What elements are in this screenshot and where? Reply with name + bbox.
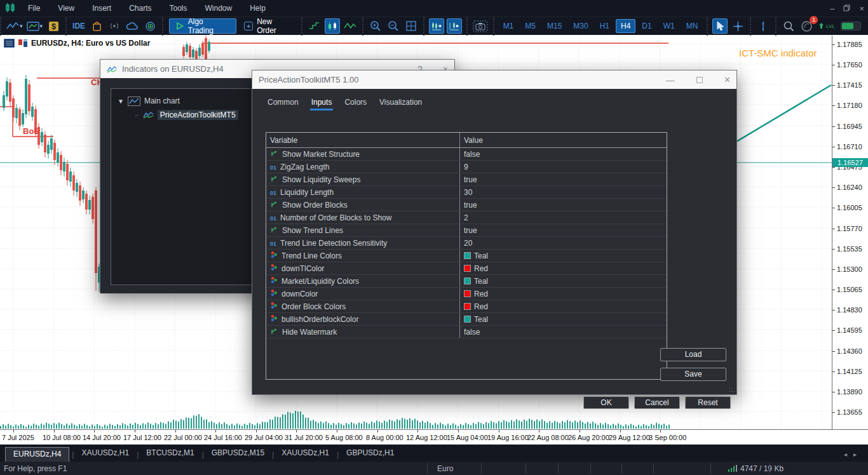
market-icon[interactable] — [89, 18, 104, 34]
maximize-icon[interactable] — [696, 75, 703, 85]
screenshot-icon[interactable] — [472, 18, 489, 34]
bar-chart-icon[interactable] — [307, 18, 322, 34]
chevron-down-icon[interactable]: ▼ — [118, 98, 124, 105]
value-cell[interactable]: 9 — [460, 163, 468, 171]
table-row[interactable]: Trend Line ColorsTeal — [266, 250, 667, 262]
levels-icon[interactable]: LVL — [817, 18, 836, 34]
value-cell[interactable]: Red — [460, 264, 488, 273]
value-cell[interactable]: Red — [460, 302, 488, 311]
value-cell[interactable]: 2 — [460, 213, 468, 222]
vps-icon[interactable] — [142, 18, 158, 34]
cloud-icon[interactable] — [125, 18, 140, 34]
table-row[interactable]: Hide Watermarkfalse — [266, 326, 667, 338]
cancel-button[interactable]: Cancel — [634, 396, 680, 409]
tab-visualization[interactable]: Visualization — [373, 95, 428, 110]
menu-item-insert[interactable]: Insert — [83, 0, 120, 17]
algo-trading-button[interactable]: Algo Trading — [169, 18, 236, 34]
zoom-out-icon[interactable] — [386, 18, 401, 34]
load-button[interactable]: Load — [660, 348, 726, 361]
tab-scroll-arrows[interactable]: ◂▸ — [844, 451, 863, 458]
table-row[interactable]: Show Liquidity Sweepstrue — [266, 173, 667, 186]
zoom-in-icon[interactable] — [368, 18, 383, 34]
tab-inputs[interactable]: Inputs — [305, 95, 339, 110]
symbol-tab-gbpusdzm15[interactable]: GBPUSDz,M15 — [204, 447, 272, 460]
chart-profile-icon[interactable]: ▾ — [26, 18, 44, 34]
signals-icon[interactable] — [107, 18, 122, 34]
menu-item-file[interactable]: File — [19, 0, 49, 17]
value-cell[interactable]: false — [460, 328, 480, 337]
table-row[interactable]: 01Number of Order Blocks to Show2 — [266, 211, 667, 224]
notifications-icon[interactable]: 1 — [799, 18, 814, 34]
close-icon[interactable]: × — [859, 4, 864, 13]
menu-item-tools[interactable]: Tools — [161, 0, 196, 17]
table-row[interactable]: bullishOrderblockColorTeal — [266, 313, 667, 326]
value-cell[interactable]: Teal — [460, 251, 488, 260]
ok-button[interactable]: OK — [583, 396, 629, 409]
timeframe-m15[interactable]: M15 — [542, 19, 567, 33]
timeframe-m30[interactable]: M30 — [568, 19, 593, 33]
timeframe-m5[interactable]: M5 — [520, 19, 541, 33]
value-cell[interactable]: Red — [460, 290, 488, 298]
connection-toggle[interactable] — [841, 22, 861, 30]
price-axis[interactable]: 1.178851.176501.174151.171801.169451.167… — [832, 36, 868, 429]
table-row[interactable]: Order Block ColorsRed — [266, 300, 667, 313]
timeframe-h4[interactable]: H4 — [616, 19, 635, 33]
line-chart-icon[interactable] — [342, 18, 358, 34]
symbol-tab-xauusdzh1[interactable]: XAUUSDz,H1 — [274, 447, 337, 460]
crosshair-icon[interactable] — [730, 18, 745, 34]
candlestick-chart-icon[interactable] — [325, 18, 340, 34]
tab-common[interactable]: Common — [261, 95, 305, 110]
new-order-button[interactable]: +New Order — [239, 18, 297, 34]
table-row[interactable]: downTlColorRed — [266, 262, 667, 275]
chart-type-icon[interactable]: ▾ — [6, 18, 24, 34]
table-row[interactable]: 01Trend Line Detection Sensitivity20 — [266, 237, 667, 250]
menu-item-charts[interactable]: Charts — [120, 0, 160, 17]
value-cell[interactable]: true — [460, 226, 477, 235]
minimize-icon[interactable]: — — [666, 75, 675, 85]
table-row[interactable]: Show Trend Linestrue — [266, 224, 667, 237]
value-cell[interactable]: Teal — [460, 315, 488, 324]
properties-dialog-titlebar[interactable]: PriceActionToolkitMT5 1.00 — × — [252, 70, 736, 89]
auto-scroll-icon[interactable] — [429, 18, 444, 34]
tile-windows-icon[interactable] — [403, 18, 419, 34]
save-button[interactable]: Save — [660, 368, 726, 381]
timeframe-w1[interactable]: W1 — [658, 19, 680, 33]
table-row[interactable]: Show Market Structurefalse — [266, 148, 667, 161]
timeframe-d1[interactable]: D1 — [637, 19, 656, 33]
table-row[interactable]: Show Order Blockstrue — [266, 199, 667, 211]
timeframe-m1[interactable]: M1 — [498, 19, 519, 33]
menu-item-view[interactable]: View — [49, 0, 83, 17]
menu-item-help[interactable]: Help — [241, 0, 275, 17]
table-row[interactable]: Market/Liquidity ColorsTeal — [266, 275, 667, 288]
table-row[interactable]: 01ZigZag Length9 — [266, 161, 667, 173]
timeframe-mn[interactable]: MN — [681, 19, 703, 33]
restore-icon[interactable] — [843, 4, 850, 13]
market-watch-icon[interactable]: $ — [46, 18, 61, 34]
value-cell[interactable]: true — [460, 175, 477, 184]
table-row[interactable]: 01Liquidity Length30 — [266, 186, 667, 199]
cursor-icon[interactable] — [712, 18, 728, 34]
search-icon[interactable] — [781, 18, 796, 34]
tab-colors[interactable]: Colors — [338, 95, 373, 110]
reset-button[interactable]: Reset — [685, 396, 731, 409]
value-cell[interactable]: 30 — [460, 188, 472, 197]
value-text: true — [464, 175, 477, 184]
value-cell[interactable]: false — [460, 150, 480, 159]
resize-grip[interactable]: ∙∙∙∙∙ — [729, 387, 735, 393]
time-axis[interactable]: 7 Jul 202510 Jul 08:0014 Jul 20:0017 Jul… — [0, 429, 868, 445]
timeframe-h1[interactable]: H1 — [595, 19, 614, 33]
chart-shift-icon[interactable] — [447, 18, 462, 34]
value-cell[interactable]: 20 — [460, 239, 472, 248]
symbol-tab-gbpusdzh1[interactable]: GBPUSDz,H1 — [339, 447, 402, 460]
symbol-tab-btcusdzm1[interactable]: BTCUSDz,M1 — [139, 447, 201, 460]
symbol-tab-xauusdzh1[interactable]: XAUUSDz,H1 — [74, 447, 137, 460]
table-row[interactable]: downColorRed — [266, 288, 667, 300]
menu-item-window[interactable]: Window — [196, 0, 241, 17]
value-cell[interactable]: true — [460, 201, 477, 210]
minimize-icon[interactable]: – — [830, 4, 834, 13]
value-cell[interactable]: Teal — [460, 277, 488, 286]
vertical-line-tool-icon[interactable] — [756, 18, 771, 34]
symbol-tab-eurusdzh4[interactable]: EURUSDz,H4 — [5, 447, 69, 462]
close-icon[interactable]: × — [724, 74, 730, 86]
ide-button[interactable]: IDE — [71, 18, 86, 34]
